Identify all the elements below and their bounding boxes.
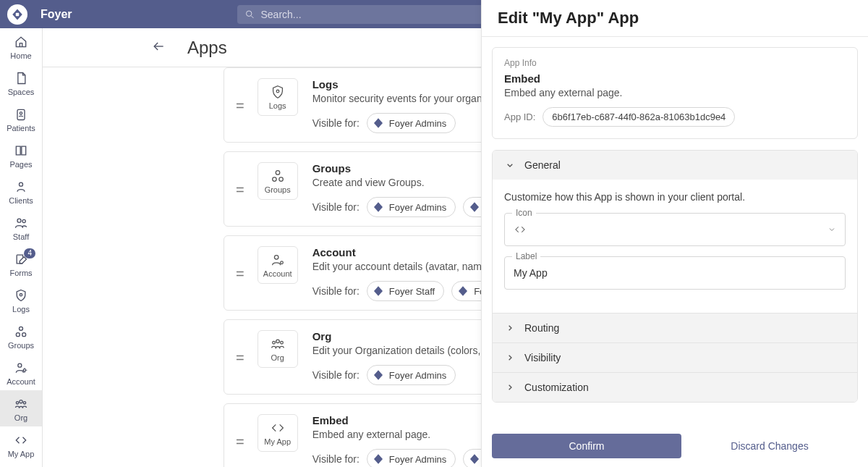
svg-point-19 xyxy=(279,177,284,182)
chevron-down-icon xyxy=(504,159,516,171)
sidebar: Home Spaces Patients Pages Clients Staff xyxy=(0,28,43,467)
chevron-right-icon xyxy=(504,382,516,393)
role-chip[interactable]: Foyer Staff xyxy=(367,281,444,301)
code-icon xyxy=(514,223,527,236)
file-icon xyxy=(14,71,28,85)
role-chip[interactable]: Foyer Admins xyxy=(367,365,456,385)
diamond-icon xyxy=(372,117,385,130)
groups-icon xyxy=(14,397,28,411)
app-icon-groups: Groups xyxy=(258,162,298,200)
role-chip[interactable]: Foyer Admins xyxy=(367,197,456,217)
label-input-field[interactable]: Label xyxy=(504,256,846,290)
drag-handle-icon[interactable]: = xyxy=(236,182,243,198)
label-input[interactable] xyxy=(514,257,836,289)
svg-point-1 xyxy=(246,11,251,16)
diamond-icon xyxy=(468,453,481,466)
sidebar-item-home[interactable]: Home xyxy=(0,28,42,64)
app-icon-logs: Logs xyxy=(258,78,298,116)
sidebar-item-account[interactable]: Account xyxy=(0,354,42,390)
app-info-panel: App Info Embed Embed any external page. … xyxy=(492,47,858,139)
groups-icon xyxy=(270,336,286,352)
diamond-icon xyxy=(372,201,385,214)
person-settings-icon xyxy=(14,361,28,375)
brand-logo[interactable] xyxy=(7,4,27,25)
icon-select[interactable]: Icon xyxy=(504,213,846,246)
svg-point-16 xyxy=(276,90,279,93)
shield-icon xyxy=(270,84,286,100)
back-button[interactable] xyxy=(151,39,166,56)
sidebar-item-org[interactable]: Org xyxy=(0,390,42,426)
diamond-icon xyxy=(372,285,385,298)
drag-handle-icon[interactable]: = xyxy=(236,98,243,114)
book-icon xyxy=(14,143,28,158)
svg-point-3 xyxy=(20,112,22,114)
brand-name: Foyer xyxy=(41,8,72,21)
code-icon xyxy=(14,433,28,447)
sidebar-item-staff[interactable]: Staff xyxy=(0,209,42,245)
confirm-button[interactable]: Confirm xyxy=(492,434,681,458)
app-id-value[interactable]: 6b6f17eb-c687-44f0-862a-81063b1dc9e4 xyxy=(542,107,735,127)
code-icon xyxy=(270,420,286,436)
shield-icon xyxy=(14,288,28,303)
settings-accordion: General Customize how this App is shown … xyxy=(492,150,858,403)
edit-app-drawer: Edit "My App" App App Info Embed Embed a… xyxy=(481,0,868,467)
svg-point-13 xyxy=(20,400,22,403)
sidebar-item-forms[interactable]: 4 Forms xyxy=(0,245,42,282)
search-box[interactable] xyxy=(237,5,498,24)
workspaces-icon xyxy=(270,168,286,184)
diamond-icon xyxy=(372,369,385,382)
people-icon xyxy=(14,216,28,230)
role-chip[interactable]: Foyer Admins xyxy=(367,113,456,133)
svg-rect-0 xyxy=(16,12,20,16)
diamond-icon xyxy=(372,453,385,466)
chevron-right-icon xyxy=(504,322,516,334)
person-settings-icon xyxy=(270,252,286,268)
svg-point-9 xyxy=(16,333,20,337)
sidebar-item-logs[interactable]: Logs xyxy=(0,282,42,318)
sidebar-item-pages[interactable]: Pages xyxy=(0,137,42,173)
svg-point-22 xyxy=(276,340,279,343)
svg-point-24 xyxy=(280,341,283,344)
svg-point-18 xyxy=(272,177,276,182)
diamond-icon xyxy=(456,285,469,298)
page-title: Apps xyxy=(187,38,227,58)
svg-point-12 xyxy=(23,369,25,371)
app-icon-account: Account xyxy=(258,246,298,284)
svg-point-11 xyxy=(18,363,22,367)
sidebar-item-spaces[interactable]: Spaces xyxy=(0,64,42,101)
svg-point-7 xyxy=(20,294,22,296)
accordion-general[interactable]: General xyxy=(493,151,857,180)
drag-handle-icon[interactable]: = xyxy=(236,434,243,450)
search-input[interactable] xyxy=(261,9,490,20)
arrow-left-icon xyxy=(151,39,166,54)
svg-point-10 xyxy=(22,333,26,337)
app-icon-org: Org xyxy=(258,330,298,368)
accordion-visibility[interactable]: Visibility xyxy=(493,342,857,372)
role-chip[interactable]: Foyer Admins xyxy=(367,449,456,467)
svg-point-6 xyxy=(22,219,25,222)
search-icon xyxy=(244,9,255,20)
sidebar-item-clients[interactable]: Clients xyxy=(0,173,42,209)
sidebar-item-groups[interactable]: Groups xyxy=(0,318,42,354)
app-icon-embed: My App xyxy=(258,414,298,452)
svg-point-14 xyxy=(16,402,18,404)
workspaces-icon xyxy=(14,324,28,339)
person-icon xyxy=(14,180,28,194)
sidebar-item-myapp[interactable]: My App xyxy=(0,426,42,463)
svg-point-23 xyxy=(272,341,275,344)
svg-point-17 xyxy=(276,171,280,175)
drag-handle-icon[interactable]: = xyxy=(236,266,243,282)
home-icon xyxy=(14,35,28,49)
svg-point-5 xyxy=(17,219,21,222)
drag-handle-icon[interactable]: = xyxy=(236,350,243,366)
forms-badge: 4 xyxy=(24,248,35,258)
dropdown-caret-icon xyxy=(827,225,836,234)
sidebar-item-patients[interactable]: Patients xyxy=(0,101,42,137)
accordion-routing[interactable]: Routing xyxy=(493,313,857,342)
svg-point-20 xyxy=(274,256,278,260)
discard-changes-button[interactable]: Discard Changes xyxy=(681,440,858,452)
svg-point-21 xyxy=(280,261,283,264)
svg-point-4 xyxy=(20,182,23,186)
accordion-customization[interactable]: Customization xyxy=(493,372,857,402)
badge-icon xyxy=(14,107,28,122)
